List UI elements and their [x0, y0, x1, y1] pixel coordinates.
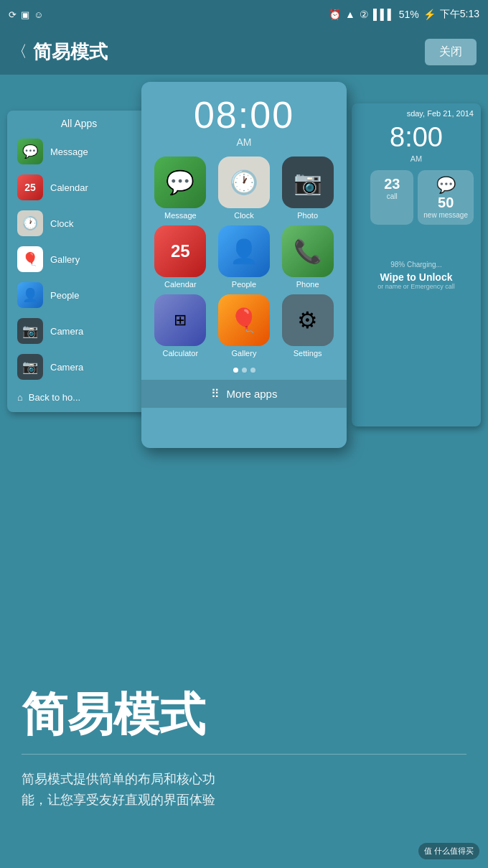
list-item: 📷 Camera — [7, 313, 151, 349]
lock-screen-ampm: AM — [352, 154, 481, 163]
center-clock-ampm: AM — [141, 136, 347, 148]
phone-app-label: Phone — [296, 280, 319, 289]
list-item: 🎈 Gallery — [7, 241, 151, 277]
status-bar: ⟳ ▣ ☺ ⏰ ▲ ② ▌▌▌ 51% ⚡ 下午5:13 — [0, 0, 488, 29]
message-icon: 💬 — [17, 139, 43, 164]
grid-item-people[interactable]: 👤 People — [215, 225, 273, 289]
gallery-app-label: Gallery — [232, 349, 257, 358]
main-content: All Apps 💬 Message 25 Calendar 🕐 Clock 🎈… — [0, 75, 488, 868]
camera2-icon: 📷 — [17, 354, 43, 380]
sim-icon: ② — [360, 9, 369, 20]
charging-status: 98% Charging... — [352, 232, 481, 271]
lock-screen-time: 8:00 — [352, 119, 481, 154]
battery-icon: ⚡ — [423, 9, 436, 20]
description-text: 简易模式提供简单的布局和核心功能，让您享受友好直观的界面体验 — [22, 769, 466, 811]
bluetooth-icon: ⟳ — [9, 9, 17, 20]
grid-item-clock[interactable]: 🕐 Clock — [215, 157, 273, 220]
photo-app-label: Photo — [297, 211, 318, 220]
gallery-label: Gallery — [50, 254, 80, 265]
grid-item-calculator[interactable]: ⊞ Calculator — [151, 294, 210, 358]
clock-app-label: Clock — [234, 211, 254, 220]
screenshot-right: sday, Feb 21, 2014 8:00 AM 23 call 💬 50 … — [352, 103, 481, 426]
missed-label: call — [376, 192, 408, 200]
emergency-text: or name or Emergency call — [352, 283, 481, 290]
alarm-icon: ⏰ — [329, 9, 341, 20]
main-title: 简易模式 — [22, 689, 466, 739]
screenshot-left: All Apps 💬 Message 25 Calendar 🕐 Clock 🎈… — [7, 111, 151, 412]
message-app-icon: 💬 — [154, 157, 206, 208]
clock-label: Clock — [50, 218, 74, 229]
settings-app-icon: ⚙ — [282, 294, 334, 346]
battery-percent: 51% — [399, 9, 419, 20]
camera-label-2: Camera — [50, 362, 83, 373]
screenshots-area: All Apps 💬 Message 25 Calendar 🕐 Clock 🎈… — [0, 82, 488, 484]
app-grid: 💬 Message 🕐 Clock 📷 Photo 25 Calendar — [141, 157, 347, 363]
header: 〈 简易模式 关闭 — [0, 29, 488, 75]
status-icons-right: ⏰ ▲ ② ▌▌▌ 51% ⚡ 下午5:13 — [329, 8, 479, 21]
camera-label-1: Camera — [50, 326, 83, 337]
back-to-home[interactable]: ⌂ Back to ho... — [7, 386, 151, 409]
list-item: 📷 Camera — [7, 349, 151, 385]
phone-app-icon: 📞 — [282, 225, 334, 277]
pagination-dots — [141, 363, 347, 377]
bottom-section: 简易模式 简易模式提供简单的布局和核心功能，让您享受友好直观的界面体验 — [0, 675, 488, 868]
dot-2 — [242, 368, 247, 373]
watermark: 值 什么值得买 — [418, 843, 479, 859]
grid-item-phone[interactable]: 📞 Phone — [278, 225, 337, 289]
more-apps-label: More apps — [227, 388, 278, 400]
list-item: 25 Calendar — [7, 169, 151, 205]
missed-calls-widget: 23 call — [370, 170, 413, 225]
message-label: Message — [50, 146, 88, 157]
screenshot-center: 08:00 AM 💬 Message 🕐 Clock 📷 Photo — [141, 82, 347, 448]
people-label: People — [50, 290, 79, 301]
all-apps-title: All Apps — [7, 111, 151, 134]
calendar-icon: 25 — [17, 174, 43, 200]
settings-app-label: Settings — [294, 349, 322, 358]
grid-item-gallery[interactable]: 🎈 Gallery — [215, 294, 273, 358]
calendar-label: Calendar — [50, 182, 88, 193]
missed-count: 23 — [376, 176, 408, 192]
people-app-icon: 👤 — [218, 225, 270, 277]
list-item: 🕐 Clock — [7, 205, 151, 241]
dot-1 — [233, 368, 238, 373]
gallery-icon: 🎈 — [17, 246, 43, 272]
divider — [22, 754, 466, 755]
messages-label: new message — [423, 211, 468, 219]
calendar-app-label: Calendar — [164, 280, 197, 289]
grid-item-message[interactable]: 💬 Message — [151, 157, 210, 220]
lock-widgets: 23 call 💬 50 new message — [352, 163, 481, 232]
grid-item-calendar[interactable]: 25 Calendar — [151, 225, 210, 289]
home-icon: ⌂ — [17, 392, 23, 403]
lock-screen-date: sday, Feb 21, 2014 — [352, 103, 481, 119]
grid-item-settings[interactable]: ⚙ Settings — [278, 294, 337, 358]
message-widget-icon: 💬 — [423, 176, 468, 195]
camera-icon: 📷 — [17, 318, 43, 344]
calculator-app-label: Calculator — [163, 349, 199, 358]
clock-icon: 🕐 — [17, 210, 43, 236]
message-app-label: Message — [164, 211, 197, 220]
status-icons-left: ⟳ ▣ ☺ — [9, 9, 43, 20]
messages-widget: 💬 50 new message — [418, 170, 474, 225]
gallery-app-icon: 🎈 — [218, 294, 270, 346]
screen-icon: ▣ — [21, 9, 29, 20]
list-item: 👤 People — [7, 277, 151, 313]
dot-3 — [250, 368, 255, 373]
grid-dots-icon: ⠿ — [211, 387, 220, 401]
calendar-app-icon: 25 — [154, 225, 206, 277]
back-arrow-icon[interactable]: 〈 — [11, 41, 27, 62]
messages-count: 50 — [423, 195, 468, 211]
back-to-home-label: Back to ho... — [29, 392, 80, 403]
android-icon: ☺ — [34, 9, 43, 20]
photo-app-icon: 📷 — [282, 157, 334, 208]
more-apps-bar[interactable]: ⠿ More apps — [141, 380, 347, 408]
grid-item-photo[interactable]: 📷 Photo — [278, 157, 337, 220]
people-app-label: People — [232, 280, 256, 289]
list-item: 💬 Message — [7, 134, 151, 169]
close-button[interactable]: 关闭 — [425, 39, 477, 65]
clock-time: 下午5:13 — [440, 8, 479, 21]
people-icon: 👤 — [17, 282, 43, 308]
page-title: 简易模式 — [33, 39, 108, 65]
clock-app-icon: 🕐 — [218, 157, 270, 208]
signal-icon: ▌▌▌ — [373, 9, 395, 20]
calculator-app-icon: ⊞ — [154, 294, 206, 346]
